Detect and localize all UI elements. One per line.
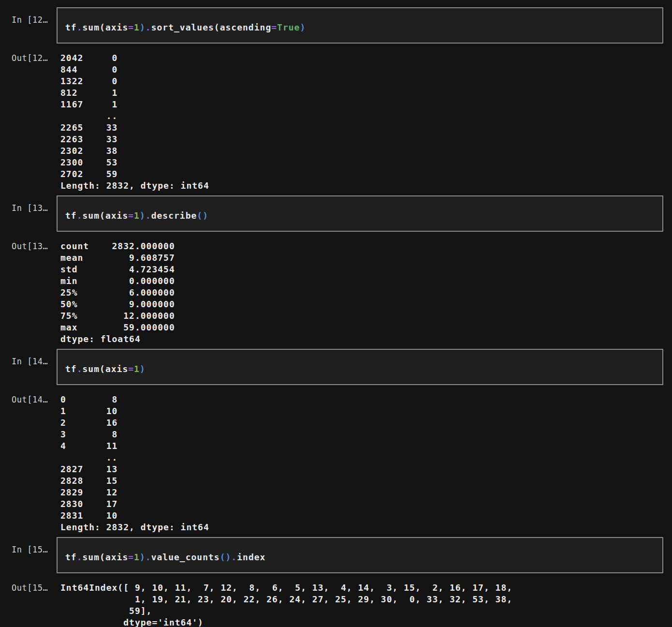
code-token: = [271, 22, 277, 32]
code-token: sum [83, 364, 100, 374]
output-prompt-12: Out[12… [0, 52, 57, 64]
code-token: describe [151, 210, 197, 221]
code-editor-12[interactable]: tf.sum(axis=1).sort_values(ascending=Tru… [57, 7, 663, 44]
code-token: ) [140, 552, 146, 562]
code-token: 1 [134, 552, 140, 562]
code-token: sum [83, 210, 100, 221]
code-cell-13: In [13… tf.sum(axis=1).describe() [0, 195, 663, 232]
code-token: 1 [134, 364, 140, 374]
code-line-13: tf.sum(axis=1).describe() [65, 210, 655, 221]
code-token: 1 [134, 210, 140, 221]
output-cell-15: Out[15… Int64Index([ 9, 10, 11, 7, 12, 8… [0, 582, 663, 627]
code-token: value_counts [151, 552, 220, 562]
output-prompt-13: Out[13… [0, 240, 57, 252]
code-token: ) [140, 364, 146, 374]
code-line-14: tf.sum(axis=1) [65, 364, 655, 374]
input-prompt-13: In [13… [0, 195, 57, 214]
code-token: . [146, 22, 151, 32]
code-editor-15[interactable]: tf.sum(axis=1).value_counts().index [57, 537, 663, 573]
code-token: sort_values [151, 22, 214, 32]
code-token: True [277, 22, 300, 32]
code-token: index [237, 552, 265, 562]
code-line-15: tf.sum(axis=1).value_counts().index [65, 552, 655, 563]
code-token: ( [214, 22, 220, 32]
input-prompt-14: In [14… [0, 349, 57, 367]
code-line-12: tf.sum(axis=1).sort_values(ascending=Tru… [65, 22, 655, 33]
output-prompt-15: Out[15… [0, 582, 57, 594]
code-token: . [231, 552, 237, 562]
code-token: ( [100, 22, 105, 32]
code-token: . [146, 210, 151, 221]
code-token: = [128, 22, 134, 32]
code-token: ( [100, 210, 105, 221]
code-token: . [77, 364, 83, 374]
code-token: axis [105, 210, 128, 221]
code-token: tf [65, 22, 77, 32]
output-cell-14: Out[14… 0 8 1 10 2 16 3 8 4 11 .. 2827 1… [0, 394, 663, 533]
code-token: ( [100, 364, 105, 374]
code-token: . [77, 22, 83, 32]
code-token: tf [65, 210, 77, 221]
code-token: () [197, 210, 208, 221]
code-token: tf [65, 364, 77, 374]
input-prompt-12: In [12… [0, 7, 57, 26]
output-text-12: 2042 0 844 0 1322 0 812 1 1167 1 .. 2265… [57, 52, 663, 192]
code-cell-14: In [14… tf.sum(axis=1) [0, 349, 663, 385]
code-editor-13[interactable]: tf.sum(axis=1).describe() [57, 195, 663, 232]
code-editor-14[interactable]: tf.sum(axis=1) [57, 349, 663, 385]
code-token: . [77, 552, 83, 562]
code-token: axis [105, 552, 128, 562]
code-token: ) [300, 22, 306, 32]
code-token: 1 [134, 22, 140, 32]
output-text-14: 0 8 1 10 2 16 3 8 4 11 .. 2827 13 2828 1… [57, 394, 663, 533]
code-token: = [128, 210, 134, 221]
code-token: ) [140, 210, 146, 221]
code-token: () [220, 552, 232, 562]
notebook: In [12… tf.sum(axis=1).sort_values(ascen… [0, 0, 672, 627]
code-token: ascending [220, 22, 272, 32]
output-cell-12: Out[12… 2042 0 844 0 1322 0 812 1 1167 1… [0, 52, 663, 192]
code-token: axis [105, 364, 128, 374]
code-token: = [128, 552, 134, 562]
code-token: axis [105, 22, 128, 32]
code-token: = [128, 364, 134, 374]
code-cell-15: In [15… tf.sum(axis=1).value_counts().in… [0, 537, 663, 573]
output-text-15: Int64Index([ 9, 10, 11, 7, 12, 8, 6, 5, … [57, 582, 663, 627]
code-cell-12: In [12… tf.sum(axis=1).sort_values(ascen… [0, 7, 663, 44]
code-token: . [146, 552, 151, 562]
code-token: sum [83, 552, 100, 562]
code-token: ) [140, 22, 146, 32]
code-token: tf [65, 552, 77, 562]
output-cell-13: Out[13… count 2832.000000 mean 9.608757 … [0, 240, 663, 345]
code-token: sum [83, 22, 100, 32]
output-prompt-14: Out[14… [0, 394, 57, 405]
output-text-13: count 2832.000000 mean 9.608757 std 4.72… [57, 240, 663, 345]
code-token: ( [100, 552, 105, 562]
input-prompt-15: In [15… [0, 537, 57, 555]
code-token: . [77, 210, 83, 221]
